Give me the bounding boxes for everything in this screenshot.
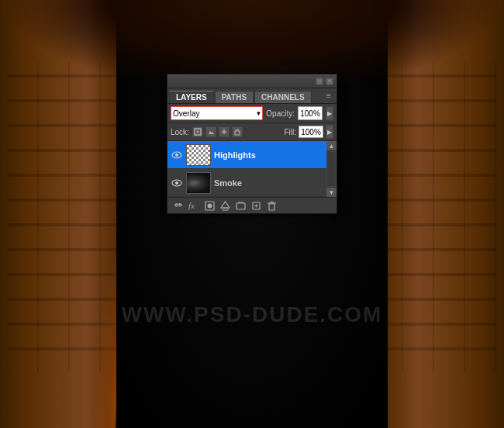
svg-point-5 xyxy=(175,154,178,157)
blend-mode-select[interactable]: Overlay Normal Multiply Screen Soft Ligh… xyxy=(171,106,263,120)
svg-rect-3 xyxy=(235,131,240,135)
svg-rect-17 xyxy=(269,204,274,210)
layer-smoke-thumbnail xyxy=(186,172,211,194)
scroll-up-button[interactable]: ▲ xyxy=(326,141,337,151)
adjustment-layer-icon[interactable] xyxy=(219,199,231,212)
layer-highlights-thumbnail xyxy=(186,144,211,166)
titlebar-controls: ─ ✕ xyxy=(316,78,333,85)
lock-transparent-button[interactable] xyxy=(192,126,203,137)
tab-layers[interactable]: LAYERS xyxy=(169,91,214,103)
svg-text:fx: fx xyxy=(188,201,195,210)
fill-increase-button[interactable]: ▶ xyxy=(326,125,333,139)
link-layers-icon[interactable] xyxy=(172,199,185,212)
layers-panel: ─ ✕ ≡ LAYERS PATHS CHANNELS Overlay Norm… xyxy=(167,74,337,214)
layers-scrollbar: ▲ ▼ xyxy=(326,141,337,197)
opacity-increase-button[interactable]: ▶ xyxy=(326,106,333,120)
background: WWW.PSD-DUDE.COM ─ ✕ ≡ LAYERS PATHS CHAN… xyxy=(0,0,504,428)
svg-point-7 xyxy=(175,181,178,185)
layers-container: Highlights Smoke ▲ ▼ xyxy=(167,141,337,197)
new-layer-icon[interactable] xyxy=(250,199,262,212)
layer-highlights-visibility-icon[interactable] xyxy=(171,149,183,161)
group-layers-icon[interactable] xyxy=(234,199,247,212)
layer-smoke-name: Smoke xyxy=(214,178,323,188)
svg-point-11 xyxy=(207,203,212,208)
panel-titlebar: ─ ✕ xyxy=(167,74,337,88)
lock-all-button[interactable] xyxy=(232,126,243,137)
svg-rect-13 xyxy=(236,203,245,209)
lock-image-pixels-button[interactable] xyxy=(205,126,216,137)
tab-channels[interactable]: CHANNELS xyxy=(254,91,312,103)
panel-minimize-button[interactable]: ─ xyxy=(316,78,323,85)
scroll-down-button[interactable]: ▼ xyxy=(326,187,337,197)
layer-effects-icon[interactable]: fx xyxy=(188,199,200,212)
svg-rect-12 xyxy=(223,208,228,210)
layer-highlights-name: Highlights xyxy=(214,150,323,160)
layers-content: Highlights Smoke xyxy=(167,141,326,197)
lock-row: Lock: Fill: 100% ▶ xyxy=(167,123,337,141)
panel-menu-icon[interactable]: ≡ xyxy=(323,90,335,101)
bottom-toolbar: fx xyxy=(167,197,337,213)
scroll-track xyxy=(327,152,336,186)
opacity-value[interactable]: 100% xyxy=(298,106,323,120)
panel-close-button[interactable]: ✕ xyxy=(326,78,333,85)
fill-value[interactable]: 100% xyxy=(299,126,323,138)
opacity-label: Opacity: xyxy=(266,109,295,118)
layer-smoke[interactable]: Smoke xyxy=(167,169,326,197)
tab-paths[interactable]: PATHS xyxy=(215,91,254,103)
fill-label: Fill: xyxy=(284,128,296,136)
watermark: WWW.PSD-DUDE.COM xyxy=(122,302,383,327)
smoke-pattern xyxy=(187,173,210,193)
blend-mode-wrapper: Overlay Normal Multiply Screen Soft Ligh… xyxy=(171,106,263,120)
layer-smoke-visibility-icon[interactable] xyxy=(171,177,183,189)
stone-texture-right xyxy=(372,62,496,372)
lock-label: Lock: xyxy=(171,128,189,136)
delete-layer-icon[interactable] xyxy=(265,199,278,212)
add-mask-icon[interactable] xyxy=(203,199,216,212)
layer-highlights[interactable]: Highlights xyxy=(167,141,326,169)
blend-mode-row: Overlay Normal Multiply Screen Soft Ligh… xyxy=(167,104,337,123)
lock-icons xyxy=(192,126,243,137)
panel-tabs: LAYERS PATHS CHANNELS xyxy=(167,88,337,104)
lock-position-button[interactable] xyxy=(219,126,230,137)
fill-section: Fill: 100% ▶ xyxy=(284,125,333,139)
